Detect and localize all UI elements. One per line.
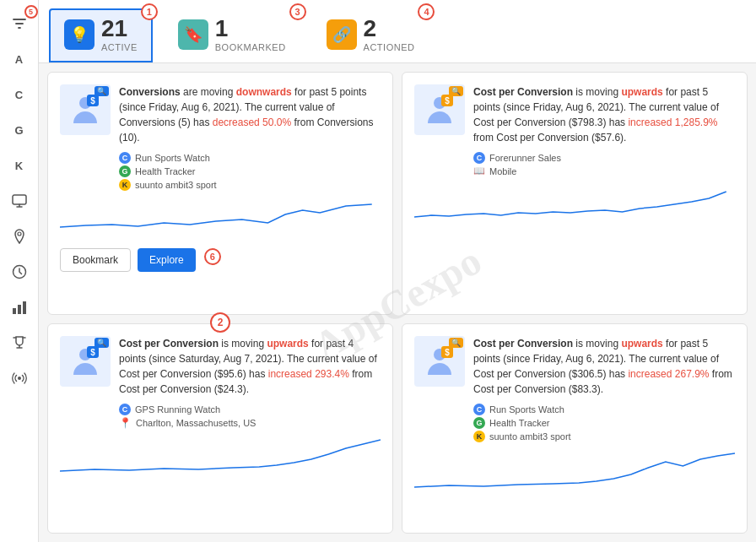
tab-actioned-count: 2 (364, 17, 415, 41)
card-2-search-badge[interactable]: 🔍 (449, 86, 463, 96)
svg-rect-3 (13, 308, 16, 314)
tag-book-2: 📖 Mobile (473, 165, 735, 176)
tab-bookmarked-label: Bookmarked (215, 42, 286, 52)
card-1-circle: 6 (204, 248, 221, 265)
tab-active-circle: 1 (141, 3, 158, 20)
card-4-chart (414, 449, 735, 491)
card-1-thumb: $ 🔍 (60, 84, 111, 135)
tab-actioned-icon: 🔗 (327, 19, 357, 50)
svg-rect-0 (13, 195, 26, 204)
card-1-tags: C Run Sports Watch G Health Tracker K su… (119, 152, 381, 191)
svg-rect-4 (18, 305, 21, 314)
card-3-chart (60, 436, 381, 478)
tab-active-label: Active (101, 42, 138, 52)
sidebar-g[interactable]: G (4, 115, 35, 145)
cards-area: AppCexpo $ 🔍 Conversions are moving d (39, 63, 756, 542)
card-4-tags: C Run Sports Watch G Health Tracker K su… (473, 404, 735, 442)
sidebar-c[interactable]: C (4, 79, 35, 110)
tab-active[interactable]: 💡 21 Active 1 (49, 8, 153, 62)
tab-bookmarked-count: 1 (215, 17, 286, 41)
svg-rect-5 (23, 301, 26, 314)
card-2-tags: C Forerunner Sales 📖 Mobile (473, 152, 735, 176)
main-content: 💡 21 Active 1 🔖 1 Bookmarked 3 🔗 2 Actio… (39, 0, 756, 542)
tag-loc-3: 📍 Charlton, Massachusetts, US (119, 417, 381, 429)
svg-text:$: $ (445, 96, 450, 106)
sidebar-trophy[interactable] (4, 328, 35, 358)
card-3-tags: C GPS Running Watch 📍 Charlton, Massachu… (119, 404, 381, 429)
card-3-text: Cost per Conversion is moving upwards fo… (119, 336, 381, 397)
card-4-text: Cost per Conversion is moving upwards fo… (473, 336, 735, 397)
card-4-thumb: $ 🔍 (414, 336, 465, 387)
sidebar-a[interactable]: A (4, 44, 35, 74)
tag-g-1: G Health Tracker (119, 165, 381, 177)
tab-actioned-label: Actioned (364, 42, 415, 52)
tag-c-2: C Forerunner Sales (473, 152, 735, 164)
sidebar-monitor[interactable] (4, 186, 35, 216)
sidebar-signal[interactable] (4, 363, 35, 393)
card-1-text: Conversions are moving downwards for pas… (119, 84, 381, 145)
sidebar-clock[interactable] (4, 257, 35, 287)
tag-k-1: K suunto ambit3 sport (119, 179, 381, 191)
card-3-search-badge[interactable]: 🔍 (94, 338, 109, 348)
card-2-chart (414, 183, 735, 225)
tag-c-4: C Run Sports Watch (473, 404, 735, 415)
card-1: $ 🔍 Conversions are moving downwards for… (47, 72, 393, 315)
filter-icon[interactable]: 5 (4, 8, 35, 39)
card-1-search-badge[interactable]: 🔍 (94, 86, 109, 96)
card-3: 2 $ 🔍 Cost per Conversion is moving upwa… (47, 323, 393, 534)
tab-bookmarked-circle: 3 (289, 3, 306, 20)
card-2: $ 🔍 Cost per Conversion is moving upward… (402, 72, 748, 315)
svg-text:$: $ (90, 348, 95, 357)
tab-bookmarked-icon: 🔖 (178, 19, 208, 50)
card-2-thumb: $ 🔍 (414, 84, 465, 135)
card-4: $ 🔍 Cost per Conversion is moving upward… (402, 323, 748, 534)
sidebar-k[interactable]: K (4, 150, 35, 181)
float-circle-2: 2 (210, 312, 230, 333)
tabs-bar: 💡 21 Active 1 🔖 1 Bookmarked 3 🔗 2 Actio… (39, 0, 756, 63)
tab-actioned[interactable]: 🔗 2 Actioned 4 (311, 8, 430, 62)
card-1-actions: Bookmark Explore 6 (60, 248, 381, 272)
svg-text:$: $ (445, 348, 450, 357)
svg-point-6 (18, 377, 21, 380)
tab-active-count: 21 (101, 17, 138, 41)
tab-active-icon: 💡 (64, 19, 94, 50)
tag-c-3: C GPS Running Watch (119, 404, 381, 415)
svg-text:$: $ (90, 96, 95, 106)
card-3-thumb: $ 🔍 (60, 336, 111, 387)
tag-g-4: G Health Tracker (473, 417, 735, 429)
card-4-search-badge[interactable]: 🔍 (449, 338, 463, 348)
tab-bookmarked[interactable]: 🔖 1 Bookmarked 3 (163, 8, 301, 62)
sidebar-pin[interactable] (4, 221, 35, 252)
tag-c-1: C Run Sports Watch (119, 152, 381, 164)
explore-button[interactable]: Explore (138, 248, 196, 272)
tab-actioned-circle: 4 (418, 3, 435, 20)
card-2-text: Cost per Conversion is moving upwards fo… (473, 84, 735, 145)
card-1-chart (60, 198, 381, 240)
sidebar: 5 A C G K (0, 0, 39, 542)
tag-k-4: K suunto ambit3 sport (473, 431, 735, 442)
sidebar-chart[interactable] (4, 292, 35, 322)
svg-point-1 (18, 232, 21, 236)
bookmark-button[interactable]: Bookmark (60, 248, 131, 272)
